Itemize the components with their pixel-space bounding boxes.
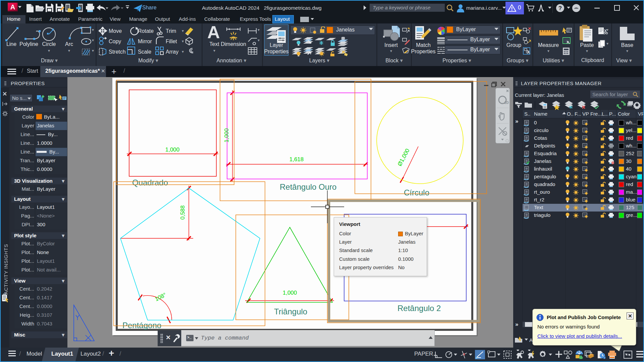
svg-text:0,588: 0,588 bbox=[179, 205, 186, 220]
svg-text:108°: 108° bbox=[154, 292, 167, 302]
svg-text:Pentágono: Pentágono bbox=[122, 321, 161, 330]
svg-text:1,000: 1,000 bbox=[283, 290, 297, 296]
svg-text:2D: 2D bbox=[504, 101, 509, 105]
svg-text:Ø1,000: Ø1,000 bbox=[396, 147, 411, 167]
svg-text:1,000: 1,000 bbox=[223, 128, 230, 143]
svg-text:i: i bbox=[604, 357, 605, 359]
svg-text:Círculo: Círculo bbox=[404, 188, 429, 197]
svg-text:1,000: 1,000 bbox=[165, 146, 180, 153]
svg-text:Retângulo 2: Retângulo 2 bbox=[397, 304, 441, 313]
svg-text:Quadrado: Quadrado bbox=[132, 178, 168, 187]
svg-text:?: ? bbox=[558, 5, 562, 11]
svg-text:Retângulo Ouro: Retângulo Ouro bbox=[280, 182, 336, 191]
svg-text:Triângulo: Triângulo bbox=[274, 307, 307, 316]
svg-text:1,618: 1,618 bbox=[289, 156, 304, 163]
